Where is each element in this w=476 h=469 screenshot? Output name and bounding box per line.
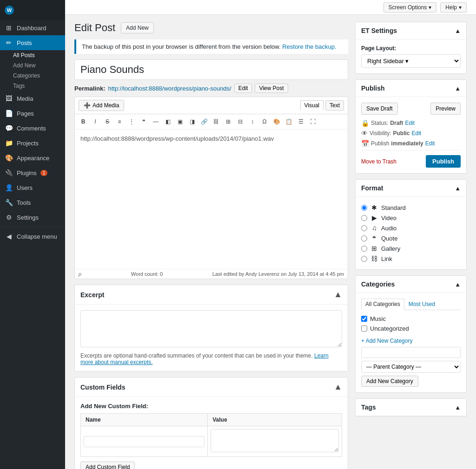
schedule-icon: 📅 bbox=[361, 140, 369, 147]
publish-button[interactable]: Publish bbox=[426, 155, 461, 168]
sidebar-item-pages[interactable]: 📄 Pages bbox=[0, 106, 65, 121]
unlink-button[interactable]: ⛓ bbox=[211, 116, 222, 127]
permalink-url[interactable]: http://localhost:8888/wordpress/piano-so… bbox=[108, 85, 231, 92]
format-toggle[interactable]: ▲ bbox=[455, 185, 461, 192]
screen-options-button[interactable]: Screen Options ▾ bbox=[383, 2, 437, 13]
align-center-button[interactable]: ▣ bbox=[174, 116, 185, 127]
add-new-button[interactable]: Add New bbox=[121, 22, 154, 33]
publish-actions: Save Draft Preview bbox=[361, 103, 461, 115]
excerpt-header[interactable]: Excerpt ▲ bbox=[75, 285, 348, 305]
parent-category-select[interactable]: — Parent Category — bbox=[361, 361, 461, 373]
sidebar-sub-all-posts[interactable]: All Posts bbox=[0, 50, 65, 60]
table-button[interactable]: ⊞ bbox=[223, 116, 234, 127]
sidebar-item-tools[interactable]: 🔧 Tools bbox=[0, 195, 65, 210]
ordered-list-button[interactable]: ⋮ bbox=[126, 116, 137, 127]
sidebar-item-projects[interactable]: 📁 Projects bbox=[0, 136, 65, 150]
sidebar-item-dashboard[interactable]: ⊞ Dashboard bbox=[0, 20, 65, 35]
permalink-edit-button[interactable]: Edit bbox=[234, 84, 252, 93]
format-radio-audio[interactable] bbox=[361, 225, 367, 231]
publish-toggle[interactable]: ▲ bbox=[455, 85, 461, 92]
add-media-button[interactable]: ➕ Add Media bbox=[79, 100, 124, 111]
excerpt-textarea[interactable] bbox=[80, 310, 342, 347]
align-right-button[interactable]: ◨ bbox=[186, 116, 198, 127]
move-to-trash-link[interactable]: Move to Trash bbox=[361, 158, 397, 165]
format-option-quote: ❝ Quote bbox=[361, 233, 461, 243]
visibility-edit-link[interactable]: Edit bbox=[411, 130, 421, 137]
publish-header[interactable]: Publish ▲ bbox=[356, 80, 466, 97]
main-content: Screen Options ▾ Help ▾ Edit Post Add Ne… bbox=[65, 0, 476, 469]
format-radio-quote[interactable] bbox=[361, 235, 367, 241]
post-title-input[interactable] bbox=[74, 59, 348, 80]
table-2-button[interactable]: ⊟ bbox=[235, 116, 246, 127]
view-post-button[interactable]: View Post bbox=[255, 84, 288, 93]
sidebar-item-appearance[interactable]: 🎨 Appearance bbox=[0, 150, 65, 165]
indent-button[interactable]: ☰ bbox=[295, 116, 306, 127]
excerpt-toggle[interactable]: ▲ bbox=[334, 290, 342, 300]
add-custom-field-button[interactable]: Add Custom Field bbox=[80, 462, 135, 469]
editor-tag: p bbox=[79, 271, 81, 277]
format-radio-video[interactable] bbox=[361, 215, 367, 221]
fullscreen-button[interactable]: ⛶ bbox=[307, 116, 318, 127]
paste-button[interactable]: 📋 bbox=[283, 116, 294, 127]
strikethrough-button[interactable]: S bbox=[102, 116, 113, 127]
visual-tab[interactable]: Visual bbox=[300, 100, 324, 111]
format-radio-link[interactable] bbox=[361, 256, 367, 262]
sidebar-sub-add-new[interactable]: Add New bbox=[0, 60, 65, 71]
sidebar-sub-categories[interactable]: Categories bbox=[0, 71, 65, 81]
cf-name-input[interactable] bbox=[84, 436, 205, 447]
page-layout-select[interactable]: Right Sidebar ▾ bbox=[361, 54, 461, 68]
italic-button[interactable]: I bbox=[90, 116, 101, 127]
custom-fields-header[interactable]: Custom Fields ▲ bbox=[75, 378, 348, 397]
tab-most-used[interactable]: Most Used bbox=[404, 299, 439, 310]
add-category-button[interactable]: Add New Category bbox=[361, 376, 418, 387]
save-draft-button[interactable]: Save Draft bbox=[361, 103, 398, 115]
cat-checkbox-uncategorized[interactable] bbox=[361, 326, 367, 332]
new-category-input[interactable] bbox=[361, 347, 461, 358]
sidebar-item-posts[interactable]: ✏ Posts bbox=[0, 35, 65, 50]
et-settings-header[interactable]: ET Settings ▲ bbox=[356, 22, 466, 39]
word-count: Word count: 0 bbox=[131, 271, 163, 277]
horizontal-rule-button[interactable]: — bbox=[150, 116, 161, 127]
format-header[interactable]: Format ▲ bbox=[356, 180, 466, 197]
blockquote-button[interactable]: ❝ bbox=[138, 116, 149, 127]
tab-all-categories[interactable]: All Categories bbox=[361, 299, 404, 310]
categories-header[interactable]: Categories ▲ bbox=[356, 276, 466, 293]
format-radio-standard[interactable] bbox=[361, 205, 367, 211]
status-edit-link[interactable]: Edit bbox=[405, 120, 415, 126]
preview-button[interactable]: Preview bbox=[430, 103, 461, 115]
more-button[interactable]: ↕ bbox=[247, 116, 258, 127]
sidebar-sub-tags[interactable]: Tags bbox=[0, 81, 65, 91]
tags-header[interactable]: Tags ▲ bbox=[356, 399, 466, 416]
schedule-edit-link[interactable]: Edit bbox=[425, 140, 435, 147]
format-radio-gallery[interactable] bbox=[361, 246, 367, 252]
help-button[interactable]: Help ▾ bbox=[440, 2, 467, 13]
editor-body[interactable]: http://localhost:8888/wordpress/wp-conte… bbox=[75, 130, 348, 269]
page-layout-label: Page Layout: bbox=[361, 45, 461, 52]
link-button[interactable]: 🔗 bbox=[198, 116, 210, 127]
add-new-category-link[interactable]: + Add New Category bbox=[361, 338, 412, 344]
sidebar-item-plugins[interactable]: 🔌 Plugins 1 bbox=[0, 165, 65, 180]
cat-checkbox-music[interactable] bbox=[361, 316, 367, 322]
et-settings-toggle[interactable]: ▲ bbox=[455, 27, 461, 34]
align-left-button[interactable]: ◧ bbox=[162, 116, 173, 127]
bold-button[interactable]: B bbox=[78, 116, 89, 127]
format-body: ✱ Standard ▶ Video ♫ Audio ❝ Quote ⊞ Gal… bbox=[356, 197, 466, 269]
unordered-list-button[interactable]: ≡ bbox=[114, 116, 125, 127]
sidebar-item-label: Comments bbox=[17, 125, 46, 132]
text-tab[interactable]: Text bbox=[325, 100, 344, 111]
custom-fields-toggle[interactable]: ▲ bbox=[334, 382, 342, 392]
color-button[interactable]: 🎨 bbox=[271, 116, 282, 127]
sidebar-item-media[interactable]: 🖼 Media bbox=[0, 91, 65, 106]
sidebar-item-comments[interactable]: 💬 Comments bbox=[0, 121, 65, 136]
sidebar-item-users[interactable]: 👤 Users bbox=[0, 180, 65, 195]
visibility-value: Public bbox=[393, 130, 410, 137]
tags-toggle[interactable]: ▲ bbox=[455, 404, 461, 411]
restore-backup-link[interactable]: Restore the backup. bbox=[282, 43, 336, 50]
categories-toggle[interactable]: ▲ bbox=[455, 281, 461, 288]
custom-field-add-label: Add New Custom Field: bbox=[80, 403, 342, 410]
sidebar-item-collapse[interactable]: ◀ Collapse menu bbox=[0, 229, 65, 244]
sidebar-item-settings[interactable]: ⚙ Settings bbox=[0, 210, 65, 225]
sidebar-item-label: Settings bbox=[17, 214, 39, 221]
special-chars-button[interactable]: Ω bbox=[259, 116, 270, 127]
cf-value-textarea[interactable] bbox=[211, 429, 339, 452]
